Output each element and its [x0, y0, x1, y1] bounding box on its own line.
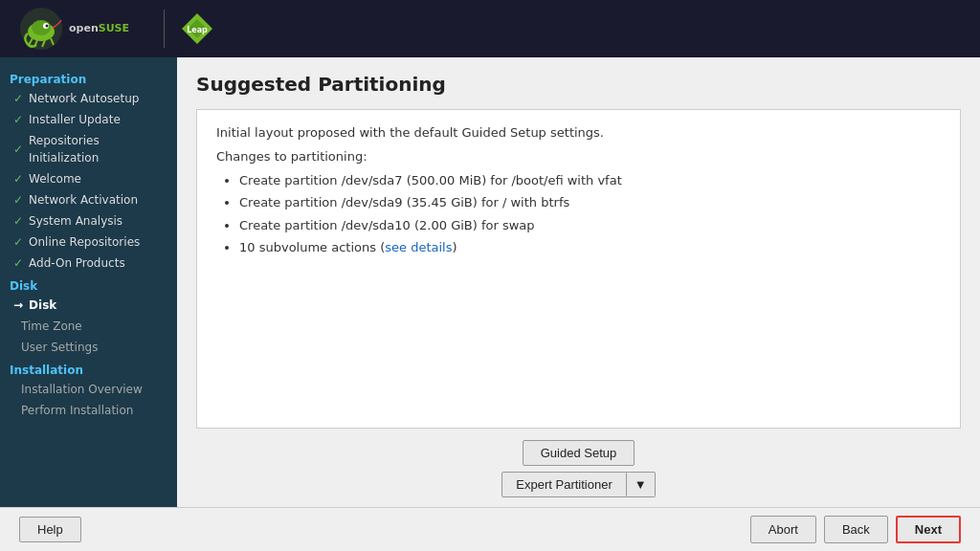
sidebar-item-user-settings[interactable]: User Settings — [0, 337, 177, 358]
sidebar-item-network-autosetup[interactable]: ✓ Network Autosetup — [0, 88, 177, 109]
partition-list: Create partition /dev/sda7 (500.00 MiB) … — [216, 169, 941, 259]
check-icon: ✓ — [13, 170, 23, 187]
guided-setup-button[interactable]: Guided Setup — [523, 440, 635, 466]
sidebar-item-online-repositories[interactable]: ✓ Online Repositories — [0, 231, 177, 253]
check-icon: ✓ — [13, 191, 23, 209]
check-icon: ✓ — [13, 212, 23, 230]
bottom-right-buttons: Abort Back Next — [750, 516, 961, 543]
sidebar-section-preparation: Preparation — [0, 67, 177, 88]
sidebar-item-time-zone[interactable]: Time Zone — [0, 316, 177, 337]
main-layout: Preparation ✓ Network Autosetup ✓ Instal… — [0, 57, 980, 507]
sidebar: Preparation ✓ Network Autosetup ✓ Instal… — [0, 57, 177, 507]
sidebar-item-network-activation[interactable]: ✓ Network Activation — [0, 189, 177, 210]
list-item: Create partition /dev/sda9 (35.45 GiB) f… — [239, 191, 941, 213]
help-button[interactable]: Help — [19, 517, 81, 542]
svg-point-4 — [46, 25, 49, 28]
buttons-row: Guided Setup Expert Partitioner ▼ — [196, 440, 961, 497]
content-area: Suggested Partitioning Initial layout pr… — [177, 57, 980, 507]
sidebar-section-disk: Disk — [0, 274, 177, 295]
opensuse-label: openSUSE — [69, 22, 129, 34]
check-icon: ✓ — [13, 90, 23, 107]
top-bar: openSUSE Leap — [0, 0, 980, 57]
sidebar-item-repositories-initialization[interactable]: ✓ Repositories Initialization — [0, 130, 177, 168]
content-panel: Initial layout proposed with the default… — [196, 109, 961, 429]
sidebar-item-installer-update[interactable]: ✓ Installer Update — [0, 109, 177, 130]
expert-partitioner-button[interactable]: Expert Partitioner — [501, 472, 626, 497]
next-button[interactable]: Next — [896, 516, 961, 543]
page-title: Suggested Partitioning — [196, 73, 961, 96]
svg-text:Leap: Leap — [187, 26, 208, 34]
sidebar-item-perform-installation[interactable]: Perform Installation — [0, 400, 177, 421]
list-item: Create partition /dev/sda10 (2.00 GiB) f… — [239, 214, 941, 236]
list-item: 10 subvolume actions (see details) — [239, 236, 941, 258]
sidebar-item-system-analysis[interactable]: ✓ System Analysis — [0, 210, 177, 231]
sidebar-item-disk[interactable]: Disk — [0, 295, 177, 316]
check-icon: ✓ — [13, 111, 23, 128]
abort-button[interactable]: Abort — [750, 516, 816, 543]
check-icon: ✓ — [13, 233, 23, 251]
bottom-left-buttons: Help — [19, 517, 81, 542]
logo-divider — [164, 10, 165, 48]
expert-partitioner-row: Expert Partitioner ▼ — [501, 472, 655, 497]
list-item: Create partition /dev/sda7 (500.00 MiB) … — [239, 169, 941, 191]
opensuse-logo: openSUSE — [19, 7, 129, 51]
sidebar-section-installation: Installation — [0, 358, 177, 379]
sidebar-item-installation-overview[interactable]: Installation Overview — [0, 379, 177, 400]
check-icon: ✓ — [13, 141, 23, 158]
check-icon: ✓ — [13, 254, 23, 272]
expert-partitioner-dropdown-button[interactable]: ▼ — [627, 472, 656, 497]
sidebar-item-add-on-products[interactable]: ✓ Add-On Products — [0, 253, 177, 274]
leap-icon: Leap — [180, 11, 214, 46]
chameleon-icon — [19, 7, 63, 51]
leap-logo: Leap — [180, 11, 214, 46]
sidebar-item-welcome[interactable]: ✓ Welcome — [0, 168, 177, 189]
panel-subheading: Changes to partitioning: — [216, 149, 941, 164]
panel-description: Initial layout proposed with the default… — [216, 125, 941, 140]
see-details-link[interactable]: see details — [385, 240, 452, 254]
bottom-bar: Help Abort Back Next — [0, 507, 980, 551]
back-button[interactable]: Back — [824, 516, 888, 543]
